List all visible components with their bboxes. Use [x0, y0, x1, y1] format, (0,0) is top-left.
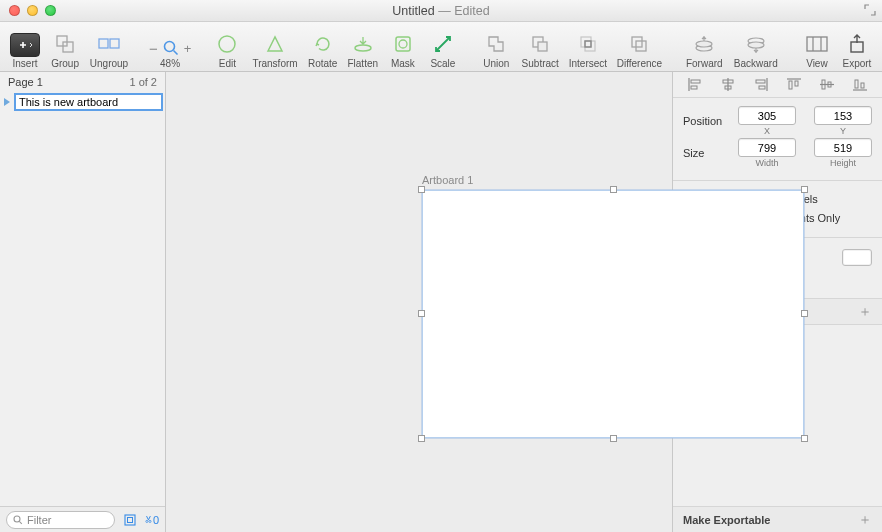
- svg-rect-1: [63, 42, 73, 52]
- align-left-icon[interactable]: [686, 77, 704, 93]
- slice-count[interactable]: 0: [145, 513, 159, 527]
- svg-point-28: [149, 520, 151, 522]
- edit-button[interactable]: Edit: [208, 23, 246, 69]
- backward-button[interactable]: Backward: [729, 23, 782, 69]
- view-icon: [804, 31, 830, 57]
- magnifier-icon: [162, 39, 180, 57]
- svg-point-4: [164, 42, 174, 52]
- align-hcenter-icon[interactable]: [719, 77, 737, 93]
- group-icon: [52, 31, 78, 57]
- svg-point-17: [696, 41, 712, 47]
- intersect-icon: [575, 31, 601, 57]
- alignment-row: [673, 72, 882, 98]
- transform-button[interactable]: Transform: [248, 23, 301, 69]
- svg-point-5: [219, 36, 235, 52]
- artboard-label[interactable]: Artboard 1: [422, 174, 473, 186]
- make-exportable-header[interactable]: Make Exportable ＋: [673, 506, 882, 532]
- ungroup-button[interactable]: Ungroup: [86, 23, 132, 69]
- svg-rect-11: [581, 37, 591, 47]
- align-bottom-icon[interactable]: [851, 77, 869, 93]
- add-export-icon[interactable]: ＋: [858, 303, 872, 321]
- align-right-icon[interactable]: [752, 77, 770, 93]
- position-x-input[interactable]: [738, 106, 796, 125]
- resize-handle-tl[interactable]: [418, 186, 425, 193]
- page-name: Page 1: [8, 76, 43, 88]
- scale-button[interactable]: Scale: [424, 23, 462, 69]
- position-y-input[interactable]: [814, 106, 872, 125]
- resize-handle-ml[interactable]: [418, 310, 425, 317]
- difference-icon: [626, 31, 652, 57]
- svg-rect-15: [636, 41, 646, 51]
- svg-rect-23: [851, 42, 863, 52]
- svg-rect-30: [691, 80, 700, 83]
- page-count: 1 of 2: [129, 76, 157, 88]
- svg-point-27: [146, 520, 148, 522]
- group-button[interactable]: Group: [46, 23, 84, 69]
- canvas[interactable]: Artboard 1: [166, 72, 672, 532]
- resize-handle-br[interactable]: [801, 435, 808, 442]
- difference-button[interactable]: Difference: [613, 23, 666, 69]
- height-input[interactable]: [814, 138, 872, 157]
- scale-icon: [430, 31, 456, 57]
- resize-handle-bm[interactable]: [610, 435, 617, 442]
- slice-layers-icon[interactable]: [123, 513, 137, 527]
- window-controls: [0, 5, 56, 16]
- forward-icon: [691, 31, 717, 57]
- svg-point-6: [355, 45, 371, 51]
- pencil-icon: [214, 31, 240, 57]
- mask-button[interactable]: Mask: [384, 23, 422, 69]
- rotate-button[interactable]: Rotate: [304, 23, 342, 69]
- export-button[interactable]: Export: [838, 23, 876, 69]
- close-window-button[interactable]: [9, 5, 20, 16]
- minimize-window-button[interactable]: [27, 5, 38, 16]
- flatten-button[interactable]: Flatten: [344, 23, 382, 69]
- layer-row-artboard[interactable]: [0, 92, 165, 112]
- union-button[interactable]: Union: [477, 23, 515, 69]
- window-title: Untitled — Edited: [0, 4, 882, 18]
- svg-rect-45: [855, 80, 858, 88]
- insert-button[interactable]: Insert: [6, 23, 44, 69]
- zoom-control[interactable]: − + 48%: [147, 23, 193, 69]
- svg-point-24: [14, 516, 20, 522]
- filter-bar: Filter 0: [0, 506, 165, 532]
- align-vcenter-icon[interactable]: [818, 77, 836, 93]
- svg-rect-7: [396, 37, 410, 51]
- resize-handle-bl[interactable]: [418, 435, 425, 442]
- resize-handle-mr[interactable]: [801, 310, 808, 317]
- forward-button[interactable]: Forward: [681, 23, 727, 69]
- intersect-button[interactable]: Intersect: [565, 23, 611, 69]
- svg-rect-36: [756, 80, 765, 83]
- svg-rect-3: [110, 39, 119, 48]
- rotate-icon: [310, 31, 336, 57]
- background-color-swatch[interactable]: [842, 249, 872, 266]
- flatten-icon: [350, 31, 376, 57]
- artboard[interactable]: [422, 190, 804, 438]
- resize-handle-tr[interactable]: [801, 186, 808, 193]
- union-icon: [483, 31, 509, 57]
- page-selector[interactable]: Page 1 1 of 2: [0, 72, 165, 92]
- disclosure-triangle-icon[interactable]: [4, 98, 10, 106]
- zoom-in-icon[interactable]: +: [184, 41, 192, 56]
- plus-icon: [10, 33, 40, 57]
- subtract-icon: [527, 31, 553, 57]
- zoom-out-icon[interactable]: −: [149, 40, 158, 57]
- filter-input[interactable]: Filter: [6, 511, 115, 529]
- resize-handle-tm[interactable]: [610, 186, 617, 193]
- fullscreen-icon[interactable]: [864, 4, 876, 16]
- svg-rect-25: [125, 515, 135, 525]
- svg-rect-26: [128, 517, 133, 522]
- subtract-button[interactable]: Subtract: [517, 23, 563, 69]
- view-button[interactable]: View: [798, 23, 836, 69]
- svg-rect-13: [585, 41, 591, 47]
- svg-rect-12: [585, 41, 595, 51]
- width-input[interactable]: [738, 138, 796, 157]
- add-exportable-icon[interactable]: ＋: [858, 511, 872, 529]
- layer-rename-input[interactable]: [14, 93, 163, 111]
- layers-panel: Page 1 1 of 2 Filter 0: [0, 72, 166, 532]
- mask-icon: [390, 31, 416, 57]
- ungroup-icon: [96, 31, 122, 57]
- align-top-icon[interactable]: [785, 77, 803, 93]
- zoom-window-button[interactable]: [45, 5, 56, 16]
- svg-rect-37: [759, 86, 765, 89]
- svg-rect-40: [795, 81, 798, 86]
